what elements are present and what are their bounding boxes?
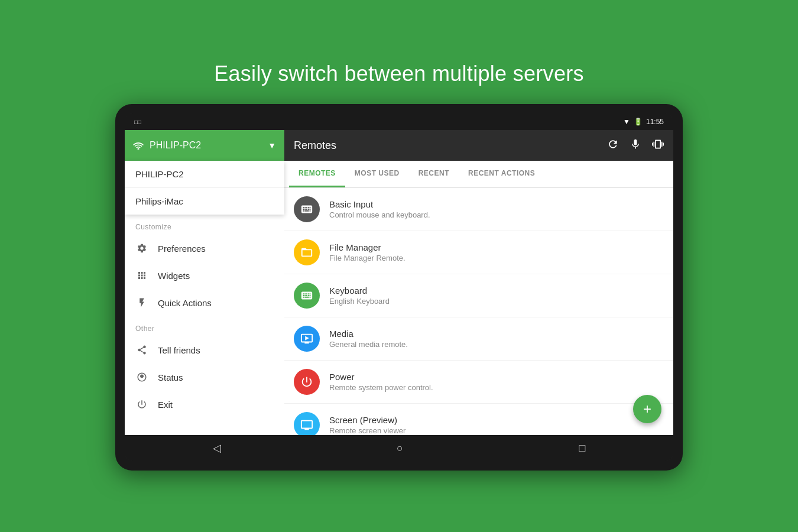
file-manager-icon <box>294 239 320 265</box>
quick-actions-label: Quick Actions <box>158 298 212 308</box>
nav-bar: ◁ ○ □ <box>125 435 673 461</box>
remote-item-basic-input[interactable]: Basic Input Control mouse and keyboard. <box>284 188 673 231</box>
tablet-frame: □□ ▼ 🔋 11:55 <box>115 104 683 471</box>
remote-item-keyboard[interactable]: Keyboard English Keyboard <box>284 274 673 317</box>
widgets-menu-item[interactable]: Widgets <box>125 262 284 289</box>
toolbar: Remotes <box>284 130 673 161</box>
remote-item-power[interactable]: Power Remote system power control. <box>284 361 673 404</box>
add-remote-fab[interactable]: + <box>633 395 661 423</box>
remote-item-media[interactable]: Media General media remote. <box>284 317 673 361</box>
basic-input-icon <box>294 196 320 222</box>
keyboard-name: Keyboard <box>329 286 390 296</box>
main-content: Remotes REMOTES <box>284 130 673 435</box>
quick-actions-menu-item[interactable]: Quick Actions <box>125 289 284 316</box>
screen-preview-desc: Remote screen viewer <box>329 426 406 435</box>
basic-input-desc: Control mouse and keyboard. <box>329 210 430 219</box>
home-button[interactable]: ○ <box>397 442 403 455</box>
dropdown-arrow-icon[interactable]: ▼ <box>268 141 276 150</box>
sidebar-header[interactable]: PHILIP-PC2 ▼ <box>125 130 284 161</box>
tab-recent[interactable]: RECENT <box>409 161 459 187</box>
toolbar-title: Remotes <box>294 140 336 152</box>
power-name: Power <box>329 372 433 382</box>
current-server-name: PHILIP-PC2 <box>150 140 201 151</box>
status-label: Status <box>158 372 183 382</box>
recent-button[interactable]: □ <box>579 442 585 455</box>
tab-most-used[interactable]: MOST USED <box>345 161 409 187</box>
tell-friends-label: Tell friends <box>158 345 200 355</box>
media-icon <box>294 326 320 352</box>
preferences-label: Preferences <box>158 244 206 254</box>
svg-point-0 <box>138 148 140 150</box>
tab-remotes[interactable]: REMOTES <box>289 161 345 187</box>
status-icon <box>135 371 148 384</box>
tell-friends-menu-item[interactable]: Tell friends <box>125 336 284 364</box>
battery-icon: 🔋 <box>634 118 643 126</box>
refresh-icon[interactable] <box>607 138 619 153</box>
server-item-1[interactable]: PHILIP-PC2 <box>125 161 284 188</box>
share-icon <box>135 343 148 356</box>
power-icon <box>294 369 320 395</box>
wifi-status-icon: ▼ <box>623 118 630 126</box>
quick-actions-icon <box>135 296 148 309</box>
remote-item-screen-preview[interactable]: Screen (Preview) Remote screen viewer <box>284 404 673 435</box>
server-dropdown: PHILIP-PC2 Philips-iMac <box>125 161 284 215</box>
preferences-menu-item[interactable]: Preferences <box>125 235 284 262</box>
other-label: Other <box>125 316 284 336</box>
tab-recent-actions[interactable]: RECENT ACTIONS <box>459 161 544 187</box>
headline: Easily switch between multiple servers <box>214 61 584 86</box>
time-display: 11:55 <box>646 118 664 126</box>
basic-input-name: Basic Input <box>329 199 430 209</box>
exit-icon <box>135 398 148 411</box>
power-desc: Remote system power control. <box>329 383 433 392</box>
back-button[interactable]: ◁ <box>213 442 221 455</box>
remote-list: Basic Input Control mouse and keyboard. … <box>284 188 673 435</box>
server-item-2[interactable]: Philips-iMac <box>125 188 284 215</box>
tabs-bar: REMOTES MOST USED RECENT RECENT ACTIONS <box>284 161 673 188</box>
widgets-label: Widgets <box>158 271 190 281</box>
media-name: Media <box>329 329 408 339</box>
microphone-icon[interactable] <box>630 138 641 153</box>
screen-preview-name: Screen (Preview) <box>329 415 406 425</box>
vibrate-icon[interactable] <box>652 138 664 153</box>
customize-label: Customize <box>125 215 284 235</box>
status-menu-item[interactable]: Status <box>125 364 284 391</box>
media-desc: General media remote. <box>329 340 408 349</box>
file-manager-desc: File Manager Remote. <box>329 254 406 262</box>
remote-item-file-manager[interactable]: File Manager File Manager Remote. <box>284 231 673 274</box>
preferences-icon <box>135 242 148 255</box>
wifi-icon <box>133 141 144 150</box>
screen-preview-icon <box>294 412 320 435</box>
sidebar: PHILIP-PC2 ▼ PHILIP-PC2 Philips-iMac Cus… <box>125 130 284 435</box>
status-bar: □□ ▼ 🔋 11:55 <box>125 113 673 130</box>
widgets-icon <box>135 269 148 282</box>
exit-label: Exit <box>158 400 173 410</box>
keyboard-icon <box>294 283 320 309</box>
exit-menu-item[interactable]: Exit <box>125 391 284 418</box>
keyboard-desc: English Keyboard <box>329 297 390 306</box>
file-manager-name: File Manager <box>329 242 406 252</box>
